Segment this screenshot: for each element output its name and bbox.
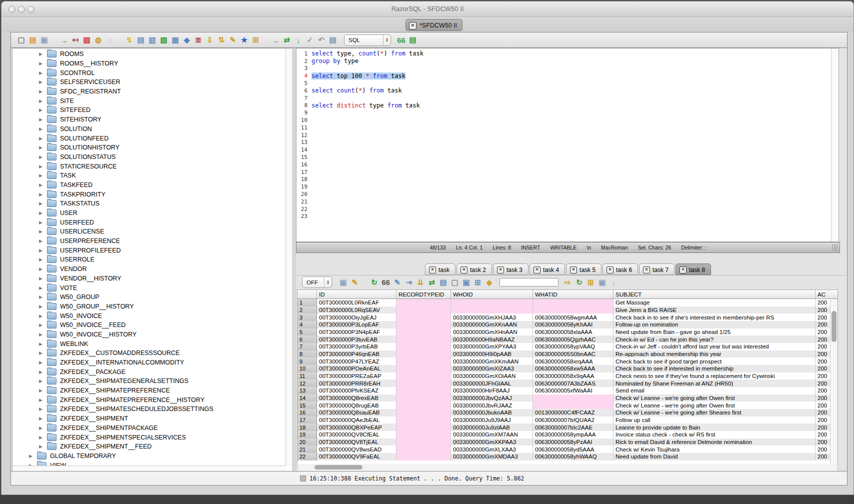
whoid-cell[interactable]: 0033000000GmXKPAA3 xyxy=(451,438,533,446)
tree-item[interactable]: ▶ USERLICENSE xyxy=(12,227,286,236)
disclosure-triangle-icon[interactable]: ▶ xyxy=(39,276,47,281)
tree-item[interactable]: ▶ ROOMS xyxy=(12,50,286,59)
results-toolbar-icon[interactable]: ▣ xyxy=(338,277,348,288)
recordtypeid-cell[interactable] xyxy=(396,328,451,336)
id-cell[interactable]: 00T3000000QV8CfEAL xyxy=(317,431,396,438)
close-tab-icon[interactable]: ✕ xyxy=(534,266,540,274)
recordtypeid-cell[interactable] xyxy=(396,394,451,402)
tree-item[interactable]: ▶ USER xyxy=(12,208,286,218)
disclosure-triangle-icon[interactable]: ▶ xyxy=(39,266,47,272)
subject-cell[interactable]: Need update from David xyxy=(614,453,816,460)
disclosure-triangle-icon[interactable]: ▶ xyxy=(39,398,47,402)
tree-item[interactable]: ▶ ROOMS__HISTORY xyxy=(12,59,286,68)
disclosure-triangle-icon[interactable]: ▶ xyxy=(39,173,47,178)
subject-cell[interactable]: Give Jenn a BIG RAISE xyxy=(614,306,816,314)
close-tab-icon[interactable]: ✕ xyxy=(606,266,614,274)
column-header-id[interactable]: ID xyxy=(317,290,396,298)
tree-item[interactable]: ▶ SOLUTIONFEED xyxy=(12,134,286,143)
toolbar-icon[interactable]: ✎ xyxy=(228,35,238,46)
recordtypeid-cell[interactable] xyxy=(396,314,451,321)
id-cell[interactable]: 00T3000000P3tuvEAB xyxy=(317,336,396,343)
tree-item[interactable]: ▶ WEBLINK xyxy=(12,339,286,348)
id-cell[interactable]: 00T3000000L0RqSEAV xyxy=(317,306,396,314)
recordtypeid-cell[interactable] xyxy=(396,343,451,350)
id-cell[interactable]: 00T3000000P3N4pEAF xyxy=(317,328,396,336)
disclosure-triangle-icon[interactable]: ▶ xyxy=(39,304,47,309)
id-cell[interactable]: 00T3000000Q8sauEAB xyxy=(317,409,396,416)
recordtypeid-cell[interactable] xyxy=(396,402,451,409)
disclosure-triangle-icon[interactable]: ▶ xyxy=(39,154,47,160)
table-row[interactable]: 9 00T3000000P47LYEAZ 0033000000GmXKmAAN … xyxy=(298,358,838,365)
disclosure-triangle-icon[interactable]: ▶ xyxy=(39,378,47,384)
disclosure-triangle-icon[interactable]: ▶ xyxy=(39,80,47,84)
whatid-cell[interactable]: 006300000058ympAAA xyxy=(533,431,614,438)
whatid-cell[interactable]: 006300000058x9qAAA xyxy=(533,372,614,380)
id-cell[interactable]: 00T3000000POeAnEAL xyxy=(317,365,396,372)
toolbar-icon[interactable]: ↤ xyxy=(70,35,80,46)
whoid-cell[interactable]: 0033000000JbvQzAAJ xyxy=(451,394,533,402)
tree-item[interactable]: ▶ ZKFEDEX__INTERNATIONALCOMMODITY xyxy=(12,358,286,368)
disclosure-triangle-icon[interactable]: ▶ xyxy=(39,98,47,104)
subject-cell[interactable]: Check w/ Leanne - we're going after Owen… xyxy=(614,394,816,402)
toolbar-icon[interactable]: ↯ xyxy=(124,35,134,46)
toolbar-icon[interactable]: ✓ xyxy=(304,35,315,46)
recordtypeid-cell[interactable] xyxy=(396,453,451,460)
table-row[interactable]: 6 00T3000000P3tuvEAB 0033000000H9aNBAAZ … xyxy=(298,336,838,343)
code-line[interactable]: 17 xyxy=(298,168,830,176)
toolbar-icon[interactable]: ▨ xyxy=(82,35,92,46)
disclosure-triangle-icon[interactable]: ▶ xyxy=(39,294,47,300)
toolbar-icon[interactable]: ▦ xyxy=(170,35,180,46)
id-cell[interactable]: 00T3000000PfvKSEAZ xyxy=(317,387,396,394)
subject-cell[interactable]: Check w/ Leanne - we're going after Shea… xyxy=(614,409,816,416)
toolbar-icon[interactable]: ◍ xyxy=(93,35,104,46)
toolbar-icon[interactable]: ⇩ xyxy=(204,35,215,46)
code-line[interactable]: 14 xyxy=(298,146,830,154)
title-bar[interactable]: RazorSQL - SFDCW50 II xyxy=(2,2,854,17)
disclosure-triangle-icon[interactable]: ▶ xyxy=(39,182,47,188)
whatid-cell[interactable]: 006300000058wgmAAA xyxy=(533,314,614,321)
whatid-cell[interactable]: 006300000058yhWAAQ xyxy=(533,453,614,460)
recordtypeid-cell[interactable] xyxy=(396,321,451,328)
subject-cell[interactable]: Check back to see if good target prospec… xyxy=(614,358,816,365)
sql-editor[interactable]: 1 select type, count(*) from task 2 grou… xyxy=(296,48,839,242)
results-toolbar-icon[interactable]: ✎ xyxy=(350,277,360,288)
disclosure-triangle-icon[interactable]: ▶ xyxy=(39,238,47,244)
whoid-cell[interactable]: 0033000000GmXPYAA3 xyxy=(451,343,533,350)
whoid-cell[interactable]: 0033000000GmXHJAA3 xyxy=(451,314,533,321)
disclosure-triangle-icon[interactable]: ▶ xyxy=(39,322,47,328)
disclosure-triangle-icon[interactable]: ▶ xyxy=(39,426,47,430)
disclosure-triangle-icon[interactable]: ▶ xyxy=(39,286,47,290)
disclosure-triangle-icon[interactable]: ▶ xyxy=(39,52,47,56)
results-toolbar-icon[interactable]: 66 xyxy=(380,277,391,288)
code-line[interactable]: 5 xyxy=(298,80,830,87)
id-cell[interactable]: 00T3000000P3yrbEAB xyxy=(317,343,396,350)
results-toolbar-icon[interactable]: ↻ xyxy=(574,277,584,288)
table-row[interactable]: 2 00T3000000L0RqSEAV Give Jenn a BIG RAI… xyxy=(298,306,838,314)
tree-item[interactable]: ▶ W50_GROUP xyxy=(12,292,286,302)
tree-item[interactable]: ▶ W50_INVOICE xyxy=(12,311,286,320)
id-cell[interactable]: 00T3000000QV8TjEAL xyxy=(317,438,396,446)
tree-item[interactable]: ▶ STATICRESOURCE xyxy=(12,162,286,171)
column-header-subject[interactable]: SUBJECT xyxy=(614,290,816,298)
disclosure-triangle-icon[interactable]: ▶ xyxy=(39,126,47,132)
results-vertical-scrollbar[interactable] xyxy=(830,299,838,464)
close-tab-icon[interactable]: ✕ xyxy=(460,266,468,274)
whatid-cell[interactable]: 006300000058xrqAAA xyxy=(533,358,614,365)
id-cell[interactable]: 00T3000000P47LYEAZ xyxy=(317,358,396,365)
code-line[interactable]: 21 xyxy=(298,198,830,206)
toolbar-icon[interactable]: ⊞ xyxy=(250,35,261,46)
tree-item[interactable]: ▶ VIEW xyxy=(12,460,286,466)
document-tab[interactable]: ✕ *SFDCW50 II xyxy=(406,19,462,31)
tree-item[interactable]: ▶ VOTE xyxy=(12,283,286,292)
whatid-cell[interactable]: 00630000007bIQUAA2 xyxy=(533,416,614,424)
toolbar-icon[interactable]: ▤ xyxy=(136,35,146,46)
whoid-cell[interactable] xyxy=(451,299,533,306)
tree-item[interactable]: ▶ ZKFEDEX__SHIPMATEGENERALSETTINGS xyxy=(12,376,286,386)
id-cell[interactable]: 00T3000000L0RknEAF xyxy=(317,299,396,306)
disclosure-triangle-icon[interactable]: ▶ xyxy=(39,201,47,206)
recordtypeid-cell[interactable] xyxy=(396,438,451,446)
whoid-cell[interactable]: 0033000000GmXMDAA3 xyxy=(451,453,533,460)
code-line[interactable]: 23 xyxy=(298,213,830,220)
code-line[interactable]: 2 group by type xyxy=(298,58,830,65)
tree-item[interactable]: ▶ ZKFEDEX__SHIPMATESCHEDULEDJOBSSETTINGS xyxy=(12,404,286,414)
